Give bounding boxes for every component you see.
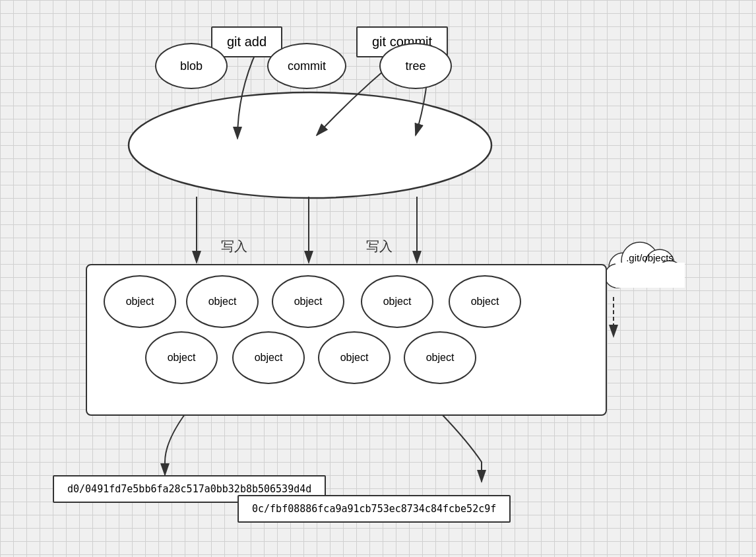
tree-ellipse: tree xyxy=(379,43,452,89)
svg-point-6 xyxy=(656,261,683,287)
object-8: object xyxy=(318,331,391,384)
commit-ellipse: commit xyxy=(267,43,346,89)
commit-label: commit xyxy=(288,59,326,73)
hash-box-2: 0c/fbf08886fca9a91cb753ec8734c84fcbe52c9… xyxy=(237,495,511,523)
diagram-container: git add git commit blob commit tree 写入 写… xyxy=(33,13,726,548)
object-6: object xyxy=(145,331,218,384)
blob-ellipse: blob xyxy=(155,43,228,89)
object-1: object xyxy=(104,275,176,328)
object-5: object xyxy=(449,275,521,328)
blob-label: blob xyxy=(180,59,203,73)
object-2: object xyxy=(186,275,259,328)
svg-point-2 xyxy=(129,92,491,198)
object-9: object xyxy=(404,331,476,384)
storage-box: object object object object object objec… xyxy=(86,264,607,416)
svg-point-7 xyxy=(605,264,629,288)
git-add-box: git add xyxy=(211,26,282,57)
git-add-label: git add xyxy=(227,34,267,49)
write-label-2: 写入 xyxy=(366,238,393,255)
object-7: object xyxy=(232,331,305,384)
hash2-label: 0c/fbf08886fca9a91cb753ec8734c84fcbe52c9… xyxy=(252,503,496,515)
cloud-label: .git/objects xyxy=(600,252,699,263)
write-label-1: 写入 xyxy=(221,238,247,255)
object-4: object xyxy=(361,275,433,328)
hash1-label: d0/0491fd7e5bb6fa28c517a0bb32b8b506539d4… xyxy=(67,483,311,495)
object-3: object xyxy=(272,275,344,328)
tree-label: tree xyxy=(405,59,425,73)
svg-rect-8 xyxy=(615,263,685,288)
